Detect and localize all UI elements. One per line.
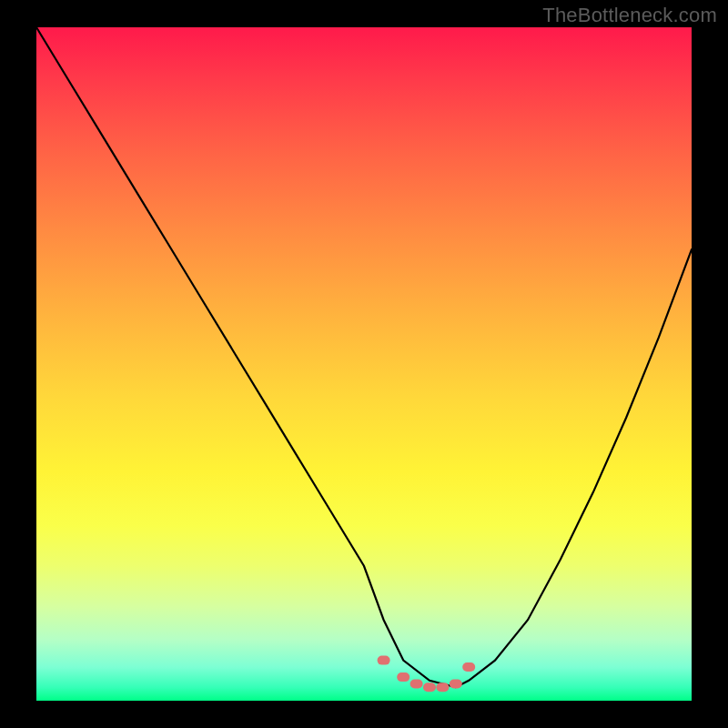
optimal-marker xyxy=(436,682,449,692)
optimal-marker xyxy=(397,672,410,682)
curve-layer xyxy=(36,27,692,701)
plot-area xyxy=(36,27,692,701)
optimal-marker xyxy=(450,680,462,689)
chart-frame: TheBottleneck.com xyxy=(0,0,728,728)
optimal-marker xyxy=(410,680,423,689)
optimal-marker xyxy=(462,662,475,672)
optimal-marker xyxy=(378,656,390,665)
optimal-markers xyxy=(378,656,476,693)
optimal-marker xyxy=(423,682,436,692)
bottleneck-curve xyxy=(36,27,692,687)
watermark-text: TheBottleneck.com xyxy=(542,4,717,27)
